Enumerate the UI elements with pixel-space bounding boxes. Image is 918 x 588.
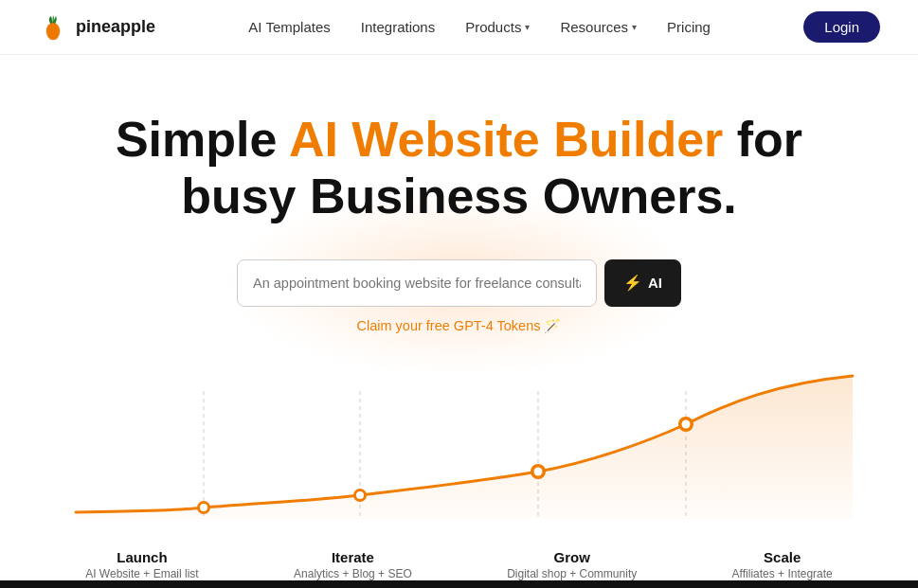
claim-icon: 🪄 <box>544 318 561 334</box>
growth-curve-svg <box>0 372 918 524</box>
launch-dot-inner <box>200 504 207 511</box>
nav-products[interactable]: Products ▾ <box>465 19 530 35</box>
iterate-sublabel: Analytics + Blog + SEO <box>294 567 412 580</box>
login-button[interactable]: Login <box>803 11 880 43</box>
bottom-bar <box>0 580 918 588</box>
scale-sublabel: Affiliates + Integrate <box>732 567 833 580</box>
grow-sublabel: Digital shop + Community <box>507 567 637 580</box>
products-chevron-icon: ▾ <box>525 22 530 32</box>
hero-heading: Simple AI Website Builder for busy Busin… <box>116 112 802 225</box>
hero-search-row: ⚡ AI <box>237 259 681 307</box>
scale-label: Scale <box>764 549 801 565</box>
claim-tokens-link[interactable]: Claim your free GPT-4 Tokens 🪄 <box>357 318 562 334</box>
pineapple-logo-icon <box>38 12 68 43</box>
lightning-icon: ⚡ <box>623 274 642 292</box>
navbar: pineapple AI Templates Integrations Prod… <box>0 0 918 55</box>
hero-ai-button[interactable]: ⚡ AI <box>604 259 681 307</box>
hero-search-area: ⚡ AI Claim your free GPT-4 Tokens 🪄 <box>237 259 681 334</box>
nav-links: AI Templates Integrations Products ▾ Res… <box>248 19 711 35</box>
nav-pricing[interactable]: Pricing <box>667 19 711 35</box>
stage-grow: Grow Digital shop + Community <box>507 549 637 580</box>
scale-dot-inner <box>682 419 691 428</box>
ai-button-label: AI <box>648 275 662 291</box>
iterate-label: Iterate <box>332 549 374 565</box>
logo[interactable]: pineapple <box>38 12 155 43</box>
iterate-dot-inner <box>356 491 364 499</box>
chart-svg-area <box>0 372 918 524</box>
launch-sublabel: AI Website + Email list <box>85 567 198 580</box>
grow-dot-inner <box>534 467 543 475</box>
hero-section: Simple AI Website Builder for busy Busin… <box>0 55 918 334</box>
heading-line2: busy Business Owners. <box>181 169 737 223</box>
grow-label: Grow <box>554 549 590 565</box>
stage-iterate: Iterate Analytics + Blog + SEO <box>294 549 412 580</box>
claim-text: Claim your free GPT-4 Tokens <box>357 318 541 333</box>
nav-integrations[interactable]: Integrations <box>361 19 435 35</box>
nav-resources[interactable]: Resources ▾ <box>560 19 637 35</box>
hero-prompt-input[interactable] <box>237 259 597 307</box>
stage-scale: Scale Affiliates + Integrate <box>732 549 833 580</box>
heading-highlight: AI Website Builder <box>289 112 723 167</box>
launch-label: Launch <box>117 549 167 565</box>
heading-part2: for <box>723 112 802 167</box>
growth-chart-section: Launch AI Website + Email list Iterate A… <box>0 372 918 580</box>
heading-part1: Simple <box>116 112 289 167</box>
nav-ai-templates[interactable]: AI Templates <box>248 19 330 35</box>
stage-launch: Launch AI Website + Email list <box>85 549 198 580</box>
chart-labels: Launch AI Website + Email list Iterate A… <box>0 549 918 580</box>
resources-chevron-icon: ▾ <box>632 22 637 32</box>
logo-text: pineapple <box>76 17 155 37</box>
